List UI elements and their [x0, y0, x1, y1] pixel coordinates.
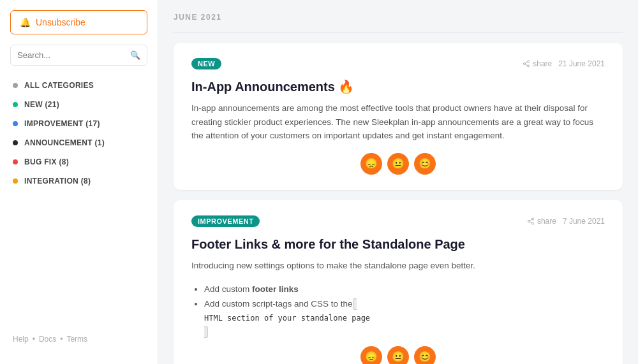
category-dot	[13, 102, 18, 107]
sep2: •	[60, 335, 63, 344]
post-list: Add custom footer linksAdd custom script…	[191, 282, 605, 339]
category-label: IMPROVEMENT (17)	[24, 119, 100, 128]
post-card: IMPROVEMENT share 7 June 2021 Footer Lin…	[174, 200, 623, 364]
share-button[interactable]: share	[523, 59, 552, 68]
category-item[interactable]: NEW (21)	[0, 95, 158, 114]
category-dot	[13, 159, 18, 164]
svg-line-4	[526, 62, 528, 63]
category-item[interactable]: ANNOUNCEMENT (1)	[0, 133, 158, 152]
share-button[interactable]: share	[527, 217, 556, 226]
post-header: IMPROVEMENT share 7 June 2021	[191, 215, 605, 227]
emoji-reaction-button[interactable]: 😊	[414, 346, 436, 364]
unsubscribe-button[interactable]: 🔔 Unsubscribe	[10, 10, 147, 34]
share-icon	[523, 60, 530, 68]
category-label: INTEGRATION (8)	[24, 177, 91, 186]
search-box: 🔍	[10, 45, 147, 66]
svg-point-6	[528, 220, 530, 222]
category-label: ANNOUNCEMENT (1)	[24, 138, 105, 147]
code-tag: HTML section of your standalone page	[204, 298, 605, 337]
category-label: NEW (21)	[24, 100, 59, 109]
post-card: NEW share 21 June 2021 In-App Announceme…	[174, 43, 623, 190]
post-meta: share 21 June 2021	[523, 59, 605, 68]
post-body: Introducing new settings options to make…	[191, 259, 605, 273]
post-meta: share 7 June 2021	[527, 217, 605, 226]
category-label: All Categories	[24, 81, 94, 90]
category-item[interactable]: INTEGRATION (8)	[0, 171, 158, 191]
help-link[interactable]: Help	[13, 335, 29, 344]
emoji-reaction-button[interactable]: 😞	[360, 153, 382, 175]
emoji-reaction-button[interactable]: 😊	[414, 153, 436, 175]
category-dot	[13, 140, 18, 145]
emoji-reaction-button[interactable]: 😞	[360, 346, 382, 364]
post-body: In-app announcements are among the most …	[191, 101, 605, 143]
unsubscribe-label: Unsubscribe	[36, 17, 85, 27]
emoji-reaction-button[interactable]: 😐	[387, 153, 409, 175]
list-item: Add custom script-tags and CSS to the HT…	[204, 297, 605, 339]
share-icon	[527, 217, 535, 225]
category-dot	[13, 83, 18, 88]
emoji-reaction-button[interactable]: 😐	[387, 346, 409, 364]
svg-point-5	[531, 218, 533, 220]
post-tag: NEW	[191, 58, 221, 69]
post-date: 7 June 2021	[563, 217, 605, 226]
sidebar-footer: Help • Docs • Terms	[0, 324, 158, 354]
category-item[interactable]: IMPROVEMENT (17)	[0, 114, 158, 133]
svg-line-8	[530, 222, 531, 223]
terms-link[interactable]: Terms	[66, 335, 87, 344]
bell-icon: 🔔	[20, 17, 31, 27]
svg-line-3	[526, 64, 528, 66]
search-input[interactable]	[17, 50, 126, 60]
svg-point-1	[524, 63, 526, 65]
section-heading: JUNE 2021	[174, 13, 623, 22]
svg-point-0	[528, 61, 530, 62]
list-item: Add custom footer links	[204, 282, 605, 297]
sidebar: 🔔 Unsubscribe 🔍 All Categories NEW (21) …	[0, 0, 158, 364]
category-label: BUG FIX (8)	[24, 157, 69, 166]
docs-link[interactable]: Docs	[39, 335, 56, 344]
post-title: In-App Announcements 🔥	[191, 78, 605, 95]
search-icon: 🔍	[130, 50, 140, 60]
emoji-reactions: 😞😐😊	[191, 153, 605, 175]
post-tag: IMPROVEMENT	[191, 215, 260, 227]
category-dot	[13, 178, 18, 184]
post-title: Footer Links & more for the Standalone P…	[191, 236, 605, 252]
category-list: All Categories NEW (21) IMPROVEMENT (17)…	[0, 76, 158, 324]
sep1: •	[33, 335, 35, 344]
svg-point-2	[528, 65, 530, 67]
emoji-reactions: 😞😐😊	[191, 346, 605, 364]
svg-point-7	[531, 222, 533, 224]
category-dot	[13, 121, 18, 126]
svg-line-9	[530, 219, 531, 221]
post-date: 21 June 2021	[558, 59, 605, 68]
section-divider	[174, 32, 623, 33]
category-item[interactable]: BUG FIX (8)	[0, 152, 158, 171]
post-header: NEW share 21 June 2021	[191, 58, 605, 69]
main-content: JUNE 2021 NEW share 21 June 2021	[158, 0, 638, 364]
category-item[interactable]: All Categories	[0, 76, 158, 95]
